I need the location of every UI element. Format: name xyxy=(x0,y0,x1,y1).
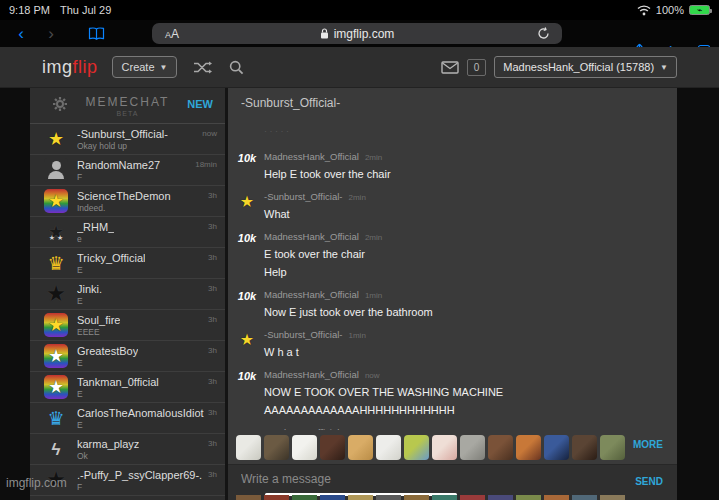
buddy-christ-meme[interactable] xyxy=(320,435,345,460)
message-author: -Sunburst_Official- xyxy=(264,191,343,202)
chat-name: Soul_fire xyxy=(77,314,120,326)
cutoff-meme-thumb xyxy=(376,495,401,500)
left-gutter xyxy=(0,88,30,500)
notification-count[interactable]: 0 xyxy=(467,59,487,76)
chat-title: -Sunburst_Official- xyxy=(228,88,677,110)
message-author: MadnessHank_Official xyxy=(264,151,359,162)
faded-scrolled-message: · · · · · xyxy=(228,110,677,136)
crying-cat-meme[interactable] xyxy=(432,435,457,460)
search-icon[interactable] xyxy=(229,60,244,75)
more-memes-button[interactable]: MORE xyxy=(633,439,663,450)
chat-message: 10k MadnessHank_Official2min Help E took… xyxy=(228,146,677,186)
send-button[interactable]: SEND xyxy=(635,476,663,487)
cutoff-meme-thumb xyxy=(236,495,261,500)
hand-meme[interactable] xyxy=(572,435,597,460)
address-bar[interactable]: AA imgflip.com xyxy=(152,23,562,44)
chat-avatar: ★ xyxy=(44,375,68,399)
message-author: MadnessHank_Official xyxy=(264,231,359,242)
bookmarks-icon[interactable] xyxy=(88,27,105,41)
message-list[interactable]: 10k MadnessHank_Official2min Help E took… xyxy=(228,136,677,430)
soldier-meme[interactable] xyxy=(600,435,625,460)
chat-list-item[interactable]: ★ GreatestBoy E 3h xyxy=(30,341,225,372)
chat-name: CarlosTheAnomalousIdiot xyxy=(77,407,204,419)
imgflip-logo[interactable]: imgflip xyxy=(42,57,98,78)
chat-time: 3h xyxy=(208,315,217,324)
message-time: 1min xyxy=(349,331,366,340)
cutoff-meme-thumb xyxy=(460,495,485,500)
message-author: -Sunburst_Official- xyxy=(264,329,343,340)
message-input[interactable] xyxy=(241,472,571,486)
disaster-girl-meme[interactable] xyxy=(516,435,541,460)
chat-avatar: ★ xyxy=(44,220,68,244)
message-avatar: ★ xyxy=(234,329,260,358)
message-text: Help E took over the chair xyxy=(264,168,391,180)
chat-list-item[interactable]: ★ Tankman_0fficial E 3h xyxy=(30,372,225,403)
chat-avatar: ★ xyxy=(44,189,68,213)
chat-list-item[interactable]: ★ _RHM_ e 3h xyxy=(30,217,225,248)
safari-link-preview: imgflip.com xyxy=(0,474,73,492)
message-text: E took over the chair xyxy=(264,248,382,260)
back-button[interactable]: ‹ xyxy=(6,24,36,44)
chat-avatar: ϟ xyxy=(44,437,68,461)
messages-envelope-icon[interactable] xyxy=(441,61,459,74)
cutoff-meme-thumb xyxy=(488,495,513,500)
lock-icon xyxy=(320,28,329,39)
message-avatar: 10k xyxy=(234,369,260,416)
chat-preview: E xyxy=(77,265,145,275)
doge-meme[interactable] xyxy=(348,435,373,460)
chat-message: 10k MadnessHank_Officialnow NOW E TOOK O… xyxy=(228,364,677,422)
chat-preview: Okay hold up xyxy=(77,141,168,151)
forward-button[interactable]: › xyxy=(36,24,66,44)
chat-time: 3h xyxy=(208,470,217,479)
wat-face-meme[interactable] xyxy=(376,435,401,460)
chat-list-item[interactable]: ★ Soul_fire EEEE 3h xyxy=(30,310,225,341)
chat-list-item[interactable]: RandomName27 F 18min xyxy=(30,155,225,186)
grumpy-cat-meme[interactable] xyxy=(460,435,485,460)
reader-options-button[interactable]: AA xyxy=(165,27,179,41)
message-author: MadnessHank_Official xyxy=(264,289,359,300)
meme-quick-strip: MORE xyxy=(228,430,677,464)
chat-list-item[interactable]: ★ ScienceTheDemon Indeed. 3h xyxy=(30,186,225,217)
chat-list-item[interactable]: ♛ Tricky_Official E 3h xyxy=(30,248,225,279)
chat-message: ★ -Sunburst_Official-1min W h a t xyxy=(228,324,677,364)
message-text: Help xyxy=(264,266,382,278)
account-dropdown[interactable]: MadnessHank_Official (15788)▼ xyxy=(494,56,677,78)
cutoff-meme-thumb xyxy=(544,495,569,500)
chat-list-item[interactable]: ♛ CarlosTheAnomalousIdiot E 3h xyxy=(30,403,225,434)
shuffle-icon[interactable] xyxy=(193,61,213,74)
clock: 9:18 PM xyxy=(9,4,50,16)
chat-time: 3h xyxy=(208,346,217,355)
new-chat-button[interactable]: NEW xyxy=(187,98,213,110)
chat-avatar: ★ xyxy=(44,282,68,306)
chat-name: GreatestBoy xyxy=(77,345,138,357)
cutoff-meme-thumb xyxy=(600,495,625,500)
cutoff-meme-thumb xyxy=(264,495,289,500)
cutoff-meme-row xyxy=(228,495,677,500)
caret-down-icon: ▼ xyxy=(660,63,668,72)
nut-button-meme[interactable] xyxy=(544,435,569,460)
chat-list-item[interactable]: ★ Jinki. E 3h xyxy=(30,279,225,310)
spongebob-meme[interactable] xyxy=(404,435,429,460)
derp-face-meme[interactable] xyxy=(236,435,261,460)
message-avatar: 10k xyxy=(234,151,260,180)
chat-avatar: ★ xyxy=(44,127,68,151)
chat-message: 10k MadnessHank_Official1min Now E just … xyxy=(228,284,677,324)
chat-name: Tankman_0fficial xyxy=(77,376,159,388)
chat-avatar: ♛ xyxy=(44,251,68,275)
message-text: W h a t xyxy=(264,346,366,358)
suit-guy-meme[interactable] xyxy=(488,435,513,460)
reload-button[interactable] xyxy=(537,27,550,40)
cutoff-meme-thumb xyxy=(320,495,345,500)
create-button[interactable]: Create▼ xyxy=(112,56,178,78)
chat-list-item[interactable]: ϟ karma_playz Ok 3h xyxy=(30,434,225,465)
chat-preview: E xyxy=(77,420,204,430)
chat-list-item[interactable]: ★ -Sunburst_Official- Okay hold up now xyxy=(30,124,225,155)
cutoff-meme-thumb xyxy=(572,495,597,500)
chat-preview: E xyxy=(77,358,138,368)
chat-time: 3h xyxy=(208,408,217,417)
chat-avatar: ♛ xyxy=(44,406,68,430)
trollface-meme[interactable] xyxy=(292,435,317,460)
chat-time: now xyxy=(202,129,217,138)
message-time: now xyxy=(365,371,380,380)
spider-mask-meme[interactable] xyxy=(264,435,289,460)
